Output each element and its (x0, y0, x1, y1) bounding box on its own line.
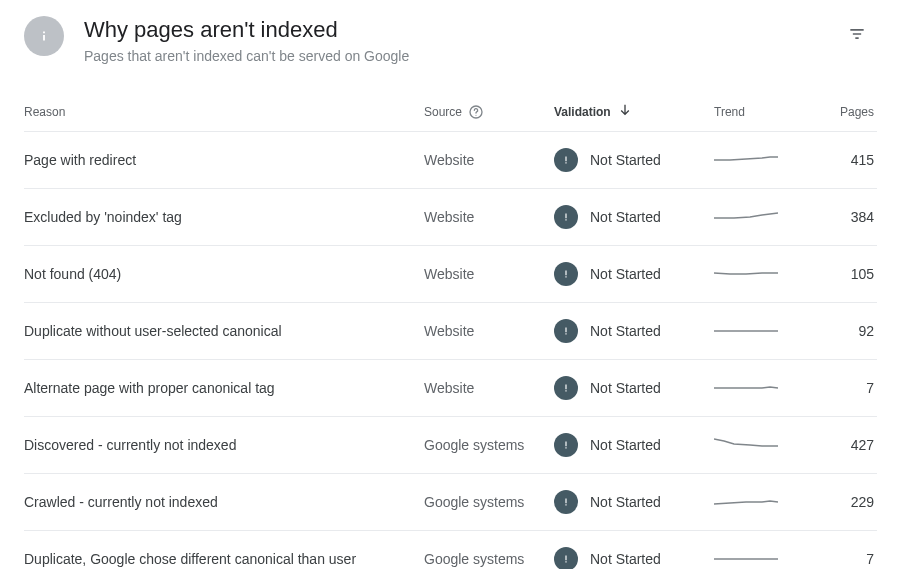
table-row[interactable]: Excluded by 'noindex' tag Website Not St… (24, 188, 877, 245)
column-trend-label: Trend (714, 105, 745, 119)
cell-validation: Not Started (554, 319, 714, 343)
cell-trend (714, 264, 814, 284)
cell-trend (714, 492, 814, 512)
page-title: Why pages aren't indexed (84, 16, 837, 44)
validation-text: Not Started (590, 437, 661, 453)
alert-icon (554, 262, 578, 286)
cell-trend (714, 549, 814, 569)
svg-point-1 (475, 114, 476, 115)
cell-trend (714, 207, 814, 227)
sparkline-icon (714, 501, 778, 504)
alert-icon (554, 205, 578, 229)
validation-text: Not Started (590, 380, 661, 396)
page-subtitle: Pages that aren't indexed can't be serve… (84, 48, 837, 64)
column-source[interactable]: Source (424, 104, 554, 120)
alert-icon (554, 319, 578, 343)
cell-validation: Not Started (554, 490, 714, 514)
filter-button[interactable] (837, 16, 877, 56)
cell-pages: 415 (851, 152, 874, 168)
cell-source: Google systems (424, 494, 554, 510)
filter-icon (847, 24, 867, 48)
cell-source: Website (424, 209, 554, 225)
cell-reason: Duplicate, Google chose different canoni… (24, 551, 424, 567)
cell-trend (714, 378, 814, 398)
cell-source: Google systems (424, 551, 554, 567)
cell-validation: Not Started (554, 433, 714, 457)
column-reason[interactable]: Reason (24, 105, 424, 119)
validation-text: Not Started (590, 152, 661, 168)
table-row[interactable]: Discovered - currently not indexed Googl… (24, 416, 877, 473)
cell-source: Website (424, 380, 554, 396)
table-row[interactable]: Duplicate without user-selected canonica… (24, 302, 877, 359)
alert-icon (554, 433, 578, 457)
column-validation-label: Validation (554, 105, 611, 119)
page-card: Why pages aren't indexed Pages that aren… (0, 0, 901, 569)
cell-reason: Not found (404) (24, 266, 424, 282)
table-header: Reason Source Validation Trend Pages (24, 92, 877, 131)
alert-icon (554, 490, 578, 514)
cell-trend (714, 435, 814, 455)
cell-pages: 229 (851, 494, 874, 510)
table-row[interactable]: Duplicate, Google chose different canoni… (24, 530, 877, 569)
cell-validation: Not Started (554, 148, 714, 172)
validation-text: Not Started (590, 266, 661, 282)
cell-validation: Not Started (554, 376, 714, 400)
sparkline-icon (714, 439, 778, 446)
alert-icon (554, 547, 578, 569)
alert-icon (554, 376, 578, 400)
cell-pages: 427 (851, 437, 874, 453)
cell-trend (714, 150, 814, 170)
cell-source: Google systems (424, 437, 554, 453)
cell-pages: 7 (866, 551, 874, 567)
sparkline-icon (714, 273, 778, 274)
cell-reason: Duplicate without user-selected canonica… (24, 323, 424, 339)
sparkline-icon (714, 157, 778, 160)
table-row[interactable]: Alternate page with proper canonical tag… (24, 359, 877, 416)
cell-trend (714, 321, 814, 341)
column-trend[interactable]: Trend (714, 105, 814, 119)
cell-validation: Not Started (554, 262, 714, 286)
reasons-table: Reason Source Validation Trend Pages (24, 92, 877, 569)
alert-icon (554, 148, 578, 172)
cell-pages: 92 (858, 323, 874, 339)
cell-pages: 384 (851, 209, 874, 225)
table-row[interactable]: Page with redirect Website Not Started 4… (24, 131, 877, 188)
cell-reason: Excluded by 'noindex' tag (24, 209, 424, 225)
cell-validation: Not Started (554, 205, 714, 229)
cell-source: Website (424, 152, 554, 168)
column-reason-label: Reason (24, 105, 65, 119)
sparkline-icon (714, 387, 778, 388)
table-row[interactable]: Not found (404) Website Not Started 105 (24, 245, 877, 302)
cell-validation: Not Started (554, 547, 714, 569)
column-validation[interactable]: Validation (554, 102, 714, 121)
validation-text: Not Started (590, 494, 661, 510)
cell-reason: Discovered - currently not indexed (24, 437, 424, 453)
cell-pages: 7 (866, 380, 874, 396)
header-titles: Why pages aren't indexed Pages that aren… (84, 16, 837, 64)
sparkline-icon (714, 213, 778, 218)
arrow-down-icon (617, 102, 633, 121)
cell-reason: Alternate page with proper canonical tag (24, 380, 424, 396)
cell-reason: Page with redirect (24, 152, 424, 168)
card-header: Why pages aren't indexed Pages that aren… (24, 16, 877, 64)
cell-source: Website (424, 323, 554, 339)
column-pages-label: Pages (840, 105, 874, 119)
cell-reason: Crawled - currently not indexed (24, 494, 424, 510)
info-icon (24, 16, 64, 56)
validation-text: Not Started (590, 209, 661, 225)
table-row[interactable]: Crawled - currently not indexed Google s… (24, 473, 877, 530)
column-pages[interactable]: Pages (840, 105, 874, 119)
validation-text: Not Started (590, 551, 661, 567)
cell-pages: 105 (851, 266, 874, 282)
cell-source: Website (424, 266, 554, 282)
help-icon[interactable] (468, 104, 484, 120)
column-source-label: Source (424, 105, 462, 119)
validation-text: Not Started (590, 323, 661, 339)
table-body: Page with redirect Website Not Started 4… (24, 131, 877, 569)
